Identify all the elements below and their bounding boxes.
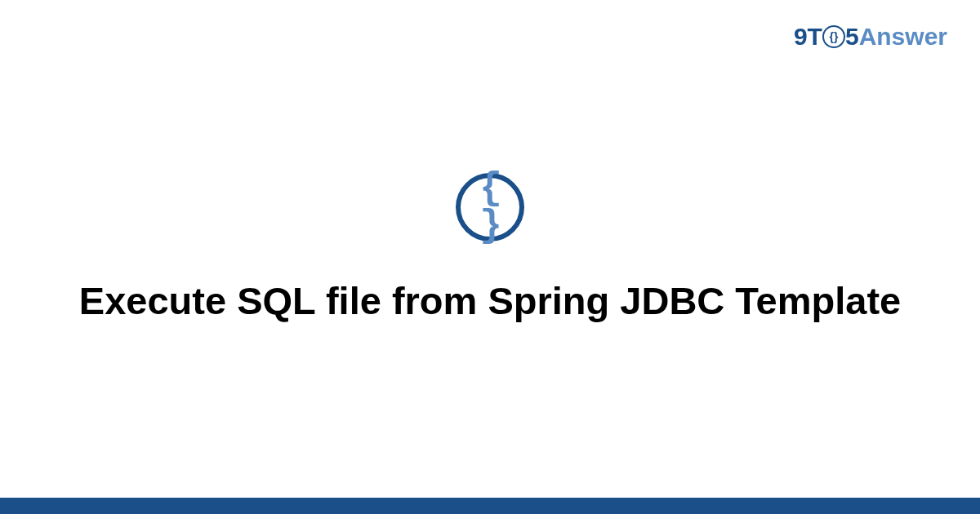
logo-text-answer: Answer — [859, 23, 947, 51]
site-logo: 9T {} 5 Answer — [794, 23, 947, 51]
page-title: Execute SQL file from Spring JDBC Templa… — [0, 276, 980, 326]
logo-text-5: 5 — [845, 23, 859, 51]
braces-icon: { } — [461, 170, 519, 245]
category-icon: { } — [456, 173, 524, 241]
logo-circle-icon: {} — [822, 25, 845, 48]
footer-bar — [0, 498, 980, 514]
logo-circle-braces: {} — [829, 31, 838, 42]
main-content: { } Execute SQL file from Spring JDBC Te… — [0, 173, 980, 326]
logo-text-9t: 9T — [794, 23, 822, 51]
